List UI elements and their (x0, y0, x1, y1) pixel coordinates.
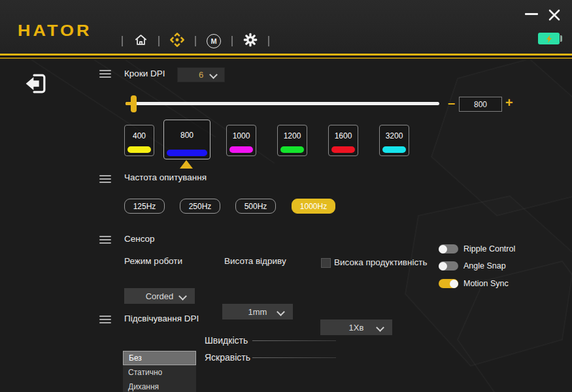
high-performance-label: Висока продуктивність (334, 257, 427, 267)
polling-500hz-button[interactable]: 500Hz (235, 199, 276, 214)
dpi-preset-1600[interactable]: 1600 (328, 125, 358, 156)
sensor-title: Сенсор (124, 234, 155, 244)
dpi-slider-handle[interactable] (131, 95, 137, 112)
lighting-mode-options-list: Без Статично Дихання (123, 351, 196, 392)
speed-slider[interactable] (252, 340, 336, 341)
option-breathing[interactable]: Дихання (123, 380, 196, 392)
dpi-preset-1200[interactable]: 1200 (277, 125, 307, 156)
polling-250hz-button[interactable]: 250Hz (180, 199, 220, 214)
dpi-increase-button[interactable]: + (505, 96, 513, 109)
chevron-down-icon (277, 308, 285, 316)
home-icon (133, 33, 148, 50)
dpi-preset-label: 1200 (284, 125, 301, 146)
selected-dpi-pointer-icon (180, 160, 193, 169)
mode-value: Corded (146, 291, 174, 301)
nav-divider (231, 36, 233, 46)
app-window: HATOR (0, 0, 572, 392)
mode-label: Режим роботи (124, 256, 182, 266)
dpi-steps-title: Кроки DPI (124, 69, 165, 78)
dpi-crosshair-icon (169, 32, 185, 50)
dpi-decrease-button[interactable]: – (448, 96, 455, 109)
option-static[interactable]: Статично (123, 365, 196, 380)
exit-icon (24, 72, 48, 95)
battery-indicator (538, 33, 560, 44)
speed-label: Швидкість (205, 335, 248, 346)
option-none[interactable]: Без (123, 351, 196, 365)
lod-value: 1mm (248, 307, 267, 317)
macro-icon: M (207, 34, 221, 48)
dpi-preset-1000[interactable]: 1000 (226, 125, 256, 156)
dpi-preset-800-selected[interactable]: 800 (163, 120, 210, 159)
chevron-down-icon (376, 323, 384, 332)
motion-sync-label: Motion Sync (463, 279, 509, 288)
battery-cap (560, 35, 562, 42)
brightness-label: Яскравість (205, 352, 250, 363)
toggle-knob (450, 280, 458, 288)
main-nav: M (122, 33, 269, 50)
tab-settings[interactable] (243, 33, 258, 49)
header-accent-divider (0, 54, 572, 60)
close-button[interactable] (548, 8, 561, 22)
minimize-button[interactable] (525, 13, 538, 15)
chevron-down-icon (178, 292, 187, 301)
lod-label: Висота відриву (224, 256, 286, 266)
dpi-color-bar (382, 146, 406, 153)
dpi-steps-count-dropdown[interactable]: 6 (177, 67, 225, 82)
nav-divider (158, 36, 160, 46)
tab-dpi-active[interactable] (169, 33, 185, 49)
dpi-preset-label: 1600 (335, 125, 352, 146)
dpi-preset-label: 400 (133, 125, 146, 146)
polling-125hz-button[interactable]: 125Hz (124, 199, 165, 214)
sensor-menu-icon[interactable] (99, 236, 111, 237)
dpi-color-bar (280, 146, 304, 153)
nav-divider (268, 36, 269, 46)
dpi-preset-label: 3200 (386, 125, 403, 146)
angle-snap-label: Angle Snap (463, 261, 506, 270)
ripple-control-label: Ripple Control (463, 244, 515, 253)
tab-macro[interactable]: M (206, 33, 222, 49)
dpi-color-bar (331, 146, 355, 153)
gear-icon (243, 33, 258, 50)
mode-dropdown[interactable]: Corded (124, 288, 195, 304)
dpi-color-bar (229, 146, 253, 153)
lod-dropdown[interactable]: 1mm (222, 304, 293, 319)
ripple-control-toggle[interactable] (439, 244, 458, 253)
dpi-steps-count-value: 6 (199, 70, 203, 80)
dpi-color-bar (167, 150, 207, 156)
polling-menu-icon[interactable] (99, 175, 111, 176)
dpi-preset-400[interactable]: 400 (124, 125, 154, 156)
motion-sync-toggle[interactable] (439, 279, 458, 288)
lighting-menu-icon[interactable] (99, 316, 111, 317)
angle-snap-toggle[interactable] (439, 261, 458, 270)
dpi-slider-track[interactable] (126, 102, 439, 105)
nav-divider (195, 36, 196, 46)
brightness-slider[interactable] (252, 357, 336, 358)
dpi-color-bar (127, 146, 151, 153)
performance-value: 1Хв (349, 323, 364, 333)
lighting-title: Підсвічування DPI (124, 314, 199, 323)
polling-1000hz-button[interactable]: 1000Hz (292, 199, 335, 214)
high-performance-checkbox[interactable] (321, 258, 331, 268)
toggle-knob (439, 245, 447, 253)
close-icon (548, 8, 561, 22)
toggle-knob (439, 262, 447, 270)
dpi-preset-3200[interactable]: 3200 (379, 125, 409, 156)
performance-dropdown[interactable]: 1Хв (320, 319, 392, 335)
dpi-preset-label: 1000 (233, 125, 250, 146)
exit-button[interactable] (24, 72, 48, 95)
dpi-steps-menu-icon[interactable] (99, 70, 111, 71)
dpi-value-input[interactable]: 800 (459, 97, 502, 112)
header-bar: HATOR (0, 0, 572, 54)
nav-divider (122, 36, 123, 46)
charging-bolt-icon (545, 35, 553, 43)
chevron-down-icon (209, 71, 218, 79)
polling-title: Частота опитування (124, 172, 207, 182)
tab-home[interactable] (133, 33, 148, 49)
hator-logo: HATOR (18, 22, 92, 41)
dpi-preset-label: 800 (180, 120, 193, 150)
